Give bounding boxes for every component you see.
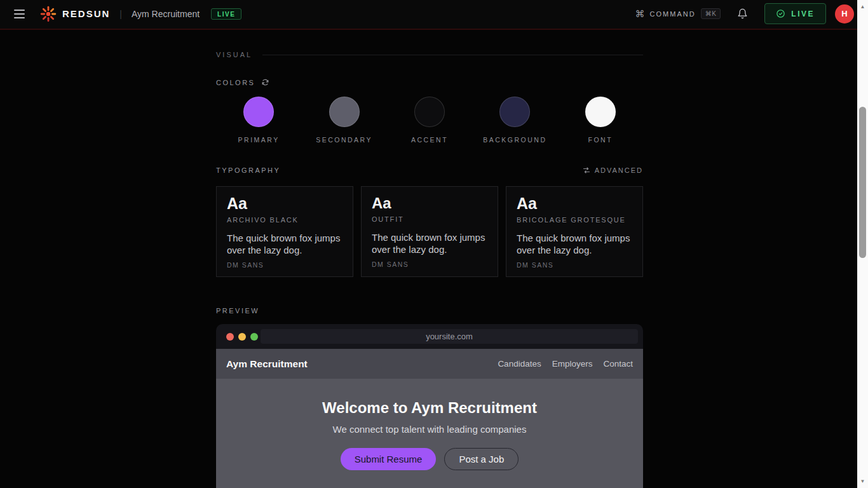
body-font-label: DM SANS [517,261,632,269]
command-palette-button[interactable]: ⌘ COMMAND ⌘K [635,8,721,20]
bell-icon [737,8,748,19]
body-font-label: DM SANS [372,261,487,268]
project-name: Aym Recruitment [132,9,200,19]
swatch-primary[interactable]: PRIMARY [238,97,280,144]
live-button[interactable]: LIVE [764,3,826,24]
swatch-accent-circle [414,97,445,127]
live-button-label: LIVE [791,10,815,18]
swatch-font[interactable]: FONT [585,97,616,144]
url-text: yoursite.com [426,332,473,341]
preview-header: PREVIEW [216,304,643,316]
swatch-secondary-label: SECONDARY [316,136,372,144]
section-divider [262,55,643,55]
header-divider: | [119,9,122,19]
font-name-label: OUTFIT [372,215,487,223]
hamburger-menu-icon[interactable] [14,10,25,18]
preview-title: PREVIEW [216,307,259,315]
font-sample-text: The quick brown fox jumps over the lazy … [227,232,342,256]
font-sample-text: The quick brown fox jumps over the lazy … [517,232,632,256]
close-window-icon[interactable] [226,333,234,341]
command-icon: ⌘ [635,8,645,20]
maximize-window-icon[interactable] [250,333,258,341]
swatch-primary-circle [243,97,274,127]
font-specimen: Aa [372,196,487,211]
swatch-accent[interactable]: ACCENT [411,97,448,144]
brand[interactable]: REDSUN [40,6,110,22]
colors-header: COLORS [216,78,643,86]
notifications-button[interactable] [737,8,748,19]
submit-resume-button[interactable]: Submit Resume [341,448,437,470]
font-name-label: ARCHIVO BLACK [227,216,342,224]
scrollbar-up-arrow-icon[interactable]: ▲ [857,4,868,10]
font-specimen: Aa [227,196,342,212]
swatch-primary-label: PRIMARY [238,136,280,144]
sliders-icon [583,166,590,174]
window-controls [226,333,258,341]
preview-browser-mockup: yoursite.com Aym Recruitment Candidates … [216,324,643,488]
font-card-bricolage-grotesque[interactable]: Aa BRICOLAGE GROTESQUE The quick brown f… [506,186,643,277]
color-swatch-row: PRIMARY SECONDARY ACCENT BACKGROUND FONT [216,97,643,144]
nav-link-candidates[interactable]: Candidates [498,359,541,369]
colors-title: COLORS [216,79,255,86]
brand-name: REDSUN [62,8,110,19]
avatar[interactable]: H [835,4,854,24]
swatch-background[interactable]: BACKGROUND [483,97,546,144]
font-card-archivo-black[interactable]: Aa ARCHIVO BLACK The quick brown fox jum… [216,186,353,277]
page-scrollbar[interactable]: ▲ ▼ [857,0,868,488]
preview-nav-links: Candidates Employers Contact [498,359,633,369]
visual-section-header: VISUAL [216,51,643,58]
command-shortcut-kbd: ⌘K [701,8,721,19]
swatch-accent-label: ACCENT [411,136,448,144]
advanced-button-label: ADVANCED [595,166,643,174]
main-content: VISUAL COLORS PRIMARY SECONDARY [216,30,643,488]
scrollbar-down-arrow-icon[interactable]: ▼ [857,478,868,484]
command-label: COMMAND [650,10,696,18]
check-circle-icon [776,9,785,18]
swatch-secondary[interactable]: SECONDARY [316,97,372,144]
font-name-label: BRICOLAGE GROTESQUE [517,216,632,224]
minimize-window-icon[interactable] [238,333,246,341]
swatch-font-label: FONT [588,136,613,144]
swatch-background-label: BACKGROUND [483,136,546,144]
nav-link-contact[interactable]: Contact [603,359,633,369]
typography-title: TYPOGRAPHY [216,166,280,174]
typography-cards: Aa ARCHIVO BLACK The quick brown fox jum… [216,186,643,277]
nav-link-employers[interactable]: Employers [552,359,593,369]
redsun-logo-icon [40,6,57,22]
preview-hero-heading: Welcome to Aym Recruitment [216,399,643,417]
preview-hero-subheading: We connect top talent with leading compa… [216,424,643,435]
swatch-secondary-circle [329,97,360,127]
preview-site-title: Aym Recruitment [226,358,308,370]
refresh-colors-button[interactable] [261,78,269,86]
typography-header: TYPOGRAPHY ADVANCED [216,166,643,174]
advanced-button[interactable]: ADVANCED [583,166,643,174]
refresh-icon [261,78,269,86]
body-font-label: DM SANS [227,261,342,269]
preview-hero-ctas: Submit Resume Post a Job [216,448,643,470]
top-bar: REDSUN | Aym Recruitment LIVE ⌘ COMMAND … [0,0,868,30]
preview-hero: Welcome to Aym Recruitment We connect to… [216,379,643,488]
visual-section-title: VISUAL [216,51,252,58]
browser-chrome: yoursite.com [216,324,643,349]
preview-site-nav: Aym Recruitment Candidates Employers Con… [216,349,643,379]
url-bar[interactable]: yoursite.com [261,329,638,344]
status-badge: LIVE [211,8,241,20]
post-a-job-button[interactable]: Post a Job [444,448,519,470]
swatch-background-circle [499,97,530,127]
font-card-outfit[interactable]: Aa OUTFIT The quick brown fox jumps over… [361,186,498,277]
scrollbar-thumb[interactable] [859,107,866,258]
font-specimen: Aa [517,196,632,212]
swatch-font-circle [585,97,616,127]
font-sample-text: The quick brown fox jumps over the lazy … [372,231,487,255]
